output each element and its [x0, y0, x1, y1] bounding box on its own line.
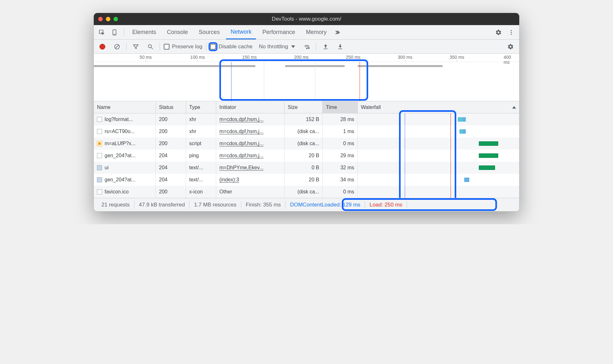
svg-point-3 — [511, 30, 512, 31]
request-status: 204 — [156, 174, 186, 186]
svg-point-8 — [148, 44, 151, 48]
more-tabs-icon[interactable] — [333, 27, 344, 38]
request-waterfall — [358, 113, 519, 125]
timeline-tick: 350 ms — [450, 55, 464, 60]
clear-icon[interactable] — [112, 41, 122, 52]
request-time: 0 ms — [323, 186, 358, 198]
request-status: 204 — [156, 150, 186, 162]
request-row[interactable]: m=aLUfP?x...200scriptm=cdos,dpf,hsm,j...… — [94, 138, 519, 150]
settings-icon[interactable] — [493, 27, 504, 38]
request-type: script — [186, 138, 216, 150]
kebab-menu-icon[interactable] — [506, 27, 517, 38]
request-waterfall — [358, 162, 519, 174]
request-name: rs=ACT90o... — [105, 129, 135, 134]
svg-rect-13 — [338, 48, 342, 49]
main-tabbar: ElementsConsoleSourcesNetworkPerformance… — [94, 25, 519, 40]
request-type: text/... — [186, 162, 216, 174]
request-time: 0 ms — [323, 138, 358, 150]
tab-sources[interactable]: Sources — [194, 25, 224, 39]
window-title: DevTools - www.google.com/ — [94, 16, 519, 22]
col-initiator[interactable]: Initiator — [216, 101, 285, 113]
request-initiator[interactable]: m=cdos,dpf,hsm,j... — [219, 117, 264, 122]
divider — [124, 29, 124, 36]
preserve-log-checkbox[interactable]: Preserve log — [164, 44, 202, 50]
timeline-tick: 200 ms — [294, 55, 309, 60]
tab-console[interactable]: Console — [162, 25, 192, 39]
request-row[interactable]: gen_204?at...204text/...(index):320 B34 … — [94, 174, 519, 186]
request-waterfall — [358, 150, 519, 162]
search-icon[interactable] — [145, 41, 156, 52]
file-icon — [97, 117, 102, 122]
col-waterfall[interactable]: Waterfall — [358, 101, 519, 113]
svg-point-5 — [511, 34, 512, 35]
statusbar: 21 requests 47.9 kB transferred 1.7 MB r… — [94, 198, 519, 211]
upload-har-icon[interactable] — [320, 41, 331, 52]
request-initiator[interactable]: m=cdos,dpf,hsm,j... — [219, 129, 264, 134]
tab-memory[interactable]: Memory — [301, 25, 331, 39]
col-size[interactable]: Size — [285, 101, 323, 113]
request-status: 200 — [156, 113, 186, 125]
svg-point-11 — [308, 47, 309, 49]
status-load: Load: 250 ms — [365, 201, 407, 209]
timeline-tick: 250 ms — [346, 55, 361, 60]
download-har-icon[interactable] — [335, 41, 346, 52]
request-time: 29 ms — [323, 150, 358, 162]
request-name: ui — [105, 165, 108, 171]
request-type: text/... — [186, 174, 216, 186]
request-initiator[interactable]: m=DhPYme,Ekev... — [219, 165, 264, 171]
request-type: ping — [186, 150, 216, 162]
timeline-tick: 50 ms — [140, 55, 152, 60]
request-name: m=aLUfP?x... — [105, 141, 135, 146]
inspect-icon[interactable] — [96, 27, 107, 38]
request-row[interactable]: rs=ACT90o...200xhrm=cdos,dpf,hsm,j...(di… — [94, 125, 519, 138]
timeline-tick: 300 ms — [398, 55, 412, 60]
filter-icon[interactable] — [130, 41, 141, 52]
status-transferred: 47.9 kB transferred — [134, 201, 190, 209]
request-type: x-icon — [186, 186, 216, 198]
request-size: (disk ca... — [285, 138, 323, 150]
request-status: 200 — [156, 186, 186, 198]
request-status: 200 — [156, 138, 186, 150]
request-name: favicon.ico — [105, 189, 129, 195]
network-settings-icon[interactable] — [505, 41, 516, 52]
request-time: 28 ms — [323, 113, 358, 125]
device-toggle-icon[interactable] — [109, 27, 120, 38]
request-row[interactable]: gen_204?at...204pingm=cdos,dpf,hsm,j...2… — [94, 150, 519, 162]
col-name[interactable]: Name — [94, 101, 156, 113]
devtools-window: DevTools - www.google.com/ ElementsConso… — [93, 13, 520, 212]
request-row[interactable]: favicon.ico200x-iconOther(disk ca...0 ms — [94, 186, 519, 198]
request-waterfall — [358, 125, 519, 138]
record-button[interactable] — [97, 41, 108, 52]
request-row[interactable]: log?format...200xhrm=cdos,dpf,hsm,j...15… — [94, 113, 519, 125]
request-size: 0 B — [285, 162, 323, 174]
request-size: 20 B — [285, 150, 323, 162]
chevron-down-icon — [291, 45, 295, 48]
col-time[interactable]: Time — [323, 101, 358, 113]
request-time: 1 ms — [323, 125, 358, 138]
timeline-tick: 150 ms — [242, 55, 257, 60]
svg-point-4 — [511, 32, 512, 33]
col-type[interactable]: Type — [186, 101, 216, 113]
svg-rect-12 — [324, 48, 327, 49]
preserve-log-label: Preserve log — [172, 44, 202, 50]
svg-point-10 — [306, 48, 307, 49]
status-requests: 21 requests — [97, 201, 134, 209]
disable-cache-checkbox[interactable]: Disable cache — [210, 44, 252, 50]
request-row[interactable]: ui204text/...m=DhPYme,Ekev...0 B32 ms — [94, 162, 519, 174]
network-conditions-icon[interactable] — [301, 41, 312, 52]
file-icon — [97, 189, 102, 194]
tab-performance[interactable]: Performance — [258, 25, 300, 39]
status-domcontentloaded: DOMContentLoaded: 129 ms — [286, 201, 365, 209]
col-status[interactable]: Status — [156, 101, 186, 113]
tab-network[interactable]: Network — [226, 25, 256, 39]
timeline-overview[interactable]: 50 ms100 ms150 ms200 ms250 ms300 ms350 m… — [94, 54, 519, 101]
status-finish: Finish: 355 ms — [241, 201, 286, 209]
timeline-tick: 100 ms — [190, 55, 205, 60]
throttling-select[interactable]: No throttling — [256, 44, 298, 50]
request-initiator[interactable]: m=cdos,dpf,hsm,j... — [219, 153, 264, 158]
request-time: 34 ms — [323, 174, 358, 186]
request-initiator[interactable]: (index):3 — [219, 177, 239, 183]
request-initiator[interactable]: m=cdos,dpf,hsm,j... — [219, 141, 264, 146]
request-waterfall — [358, 174, 519, 186]
tab-elements[interactable]: Elements — [128, 25, 161, 39]
